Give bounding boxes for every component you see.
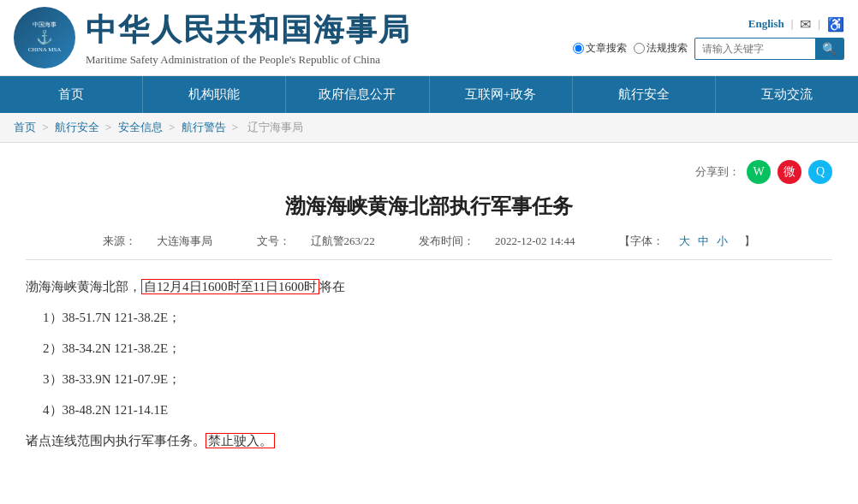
- breadcrumb-sep1: >: [42, 121, 51, 133]
- search-row: 文章搜索 法规搜索 🔍: [573, 38, 844, 60]
- doc-no: 文号：辽航警263/22: [247, 234, 385, 247]
- breadcrumb-nav-safety[interactable]: 航行安全: [55, 121, 99, 133]
- article-title: 渤海海峡黄海北部执行军事任务: [26, 193, 832, 220]
- nav-item-internet-gov[interactable]: 互联网+政务: [430, 76, 573, 113]
- top-links: English | ✉ | ♿: [748, 16, 844, 33]
- search-input[interactable]: [695, 39, 815, 58]
- share-weibo-icon[interactable]: 微: [778, 160, 801, 184]
- english-link[interactable]: English: [748, 17, 784, 31]
- nav-item-navigation-safety[interactable]: 航行安全: [573, 76, 716, 113]
- logo: 中国海事 ⚓ CHINA MSA: [14, 7, 75, 68]
- coord-4: 4）38-48.2N 121-14.1E: [43, 397, 832, 423]
- search-radio-law[interactable]: 法规搜索: [634, 41, 688, 56]
- header-title-block: 中华人民共和国海事局 Maritime Safety Administratio…: [86, 9, 411, 67]
- article-meta: 来源：大连海事局 文号：辽航警263/22 发布时间：2022-12-02 14…: [26, 234, 832, 260]
- coord-2: 2）38-34.2N 121-38.2E；: [43, 335, 832, 361]
- font-large-btn[interactable]: 大: [679, 234, 690, 247]
- nav-item-home[interactable]: 首页: [0, 76, 143, 113]
- search-input-wrap: 🔍: [694, 38, 844, 60]
- en-title: Maritime Safety Administration of the Pe…: [86, 53, 411, 67]
- date-highlight: 自12月4日1600时至11日1600时: [141, 279, 319, 294]
- search-radio-group: 文章搜索 法规搜索: [573, 41, 688, 56]
- zh-title: 中华人民共和国海事局: [86, 9, 411, 51]
- conclusion-highlight: 禁止驶入。: [206, 433, 275, 448]
- article-intro: 渤海海峡黄海北部，自12月4日1600时至11日1600时将在: [26, 274, 832, 299]
- font-medium-btn[interactable]: 中: [698, 234, 709, 247]
- article-conclusion: 诸点连线范围内执行军事任务。禁止驶入。: [26, 428, 832, 454]
- breadcrumb-nav-warning[interactable]: 航行警告: [182, 121, 226, 133]
- breadcrumb-safety-info[interactable]: 安全信息: [118, 121, 163, 133]
- share-label: 分享到：: [695, 164, 740, 180]
- header-left: 中国海事 ⚓ CHINA MSA 中华人民共和国海事局 Maritime Saf…: [14, 7, 411, 68]
- header: 中国海事 ⚓ CHINA MSA 中华人民共和国海事局 Maritime Saf…: [0, 0, 858, 76]
- divider1: |: [791, 17, 794, 31]
- search-radio-article[interactable]: 文章搜索: [573, 41, 627, 56]
- share-qq-icon[interactable]: Q: [808, 160, 832, 184]
- breadcrumb-sep3: >: [169, 121, 178, 133]
- breadcrumb-current: 辽宁海事局: [247, 121, 303, 133]
- font-small-btn[interactable]: 小: [717, 234, 728, 247]
- main-nav: 首页 机构职能 政府信息公开 互联网+政务 航行安全 互动交流: [0, 76, 858, 113]
- publish-date: 发布时间：2022-12-02 14:44: [408, 234, 586, 247]
- nav-item-interaction[interactable]: 互动交流: [716, 76, 858, 113]
- source-label: 来源：大连海事局: [92, 234, 223, 247]
- nav-item-functions[interactable]: 机构职能: [143, 76, 286, 113]
- divider2: |: [818, 17, 820, 31]
- email-icon[interactable]: ✉: [800, 16, 811, 33]
- coord-3: 3）38-33.9N 121-07.9E；: [43, 366, 832, 392]
- breadcrumb-sep2: >: [105, 121, 115, 133]
- search-button[interactable]: 🔍: [815, 39, 843, 59]
- accessibility-icon[interactable]: ♿: [827, 16, 844, 33]
- header-right: English | ✉ | ♿ 文章搜索 法规搜索 🔍: [573, 16, 844, 60]
- article-body: 渤海海峡黄海北部，自12月4日1600时至11日1600时将在 1）38-51.…: [26, 274, 832, 454]
- font-size-controls: 【字体： 大 中 小 】: [609, 234, 766, 247]
- share-wechat-icon[interactable]: W: [747, 160, 771, 184]
- nav-item-gov-info[interactable]: 政府信息公开: [286, 76, 429, 113]
- content-area: 分享到： W 微 Q 渤海海峡黄海北部执行军事任务 来源：大连海事局 文号：辽航…: [0, 143, 858, 476]
- share-row: 分享到： W 微 Q: [26, 160, 832, 184]
- breadcrumb-sep4: >: [232, 121, 241, 133]
- coord-1: 1）38-51.7N 121-38.2E；: [43, 305, 832, 330]
- breadcrumb-home[interactable]: 首页: [14, 121, 36, 133]
- breadcrumb: 首页 > 航行安全 > 安全信息 > 航行警告 > 辽宁海事局: [0, 113, 858, 143]
